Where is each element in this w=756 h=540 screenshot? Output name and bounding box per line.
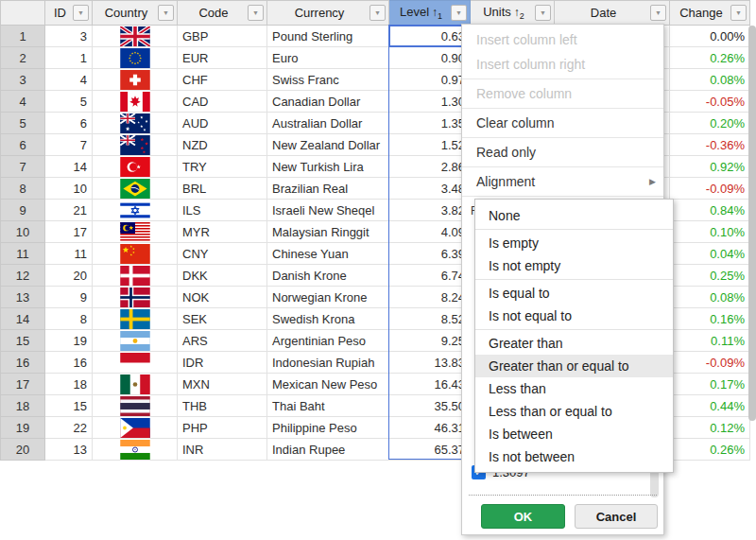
cell-id[interactable]: 20 [45,265,93,287]
cell-id[interactable]: 18 [45,374,93,395]
cell-currency[interactable]: Argentinian Peso [267,330,389,352]
cancel-button[interactable]: Cancel [575,504,658,529]
cell-currency[interactable]: Mexican New Peso [267,374,389,395]
condition-option-is-not-equal-to[interactable]: Is not equal to [475,305,673,327]
cell-country[interactable] [93,287,178,308]
cell-code[interactable]: IDR [178,352,267,374]
cell-id[interactable]: 17 [45,221,93,243]
row-header[interactable]: 16 [1,352,45,374]
cell-id[interactable]: 11 [45,243,93,265]
vertical-scrollbar-thumb[interactable] [748,26,756,421]
cell-id[interactable]: 4 [45,69,93,91]
menu-item-clear-column[interactable]: Clear column [462,111,663,135]
cell-change[interactable]: 0.26% [670,439,750,461]
cell-change[interactable]: 0.84% [670,200,750,221]
row-header[interactable]: 2 [1,47,45,69]
row-header[interactable]: 10 [1,221,45,243]
filter-dropdown-icon[interactable]: ▼ [650,5,666,21]
cell-currency[interactable]: Swedish Krona [267,308,389,330]
cell-country[interactable] [93,439,178,461]
cell-change[interactable]: 0.20% [670,113,750,134]
cell-change[interactable]: 0.10% [670,221,750,243]
cell-currency[interactable]: Norwegian Krone [267,287,389,308]
cell-level[interactable]: 8.52 [389,308,471,330]
cell-code[interactable]: THB [178,395,267,417]
row-header[interactable]: 18 [1,395,45,417]
filter-dropdown-icon[interactable]: ▼ [535,5,551,21]
cell-currency[interactable]: Thai Baht [267,395,389,417]
filter-dropdown-icon[interactable]: ▼ [73,5,89,21]
row-header[interactable]: 11 [1,243,45,265]
cell-level[interactable]: 8.24 [389,287,471,308]
cell-change[interactable]: -0.09% [670,352,750,374]
cell-currency[interactable]: Indonesian Rupiah [267,352,389,374]
cell-change[interactable]: 0.16% [670,308,750,330]
cell-id[interactable]: 6 [45,113,93,134]
cell-code[interactable]: MXN [178,374,267,395]
cell-level[interactable]: 65.37 [389,439,471,461]
ok-button[interactable]: OK [481,504,565,529]
filter-dropdown-icon[interactable]: ▼ [451,5,467,21]
cell-code[interactable]: TRY [178,156,267,178]
cell-id[interactable]: 8 [45,308,93,330]
menu-item-remove-column[interactable]: Remove column [462,81,663,106]
cell-currency[interactable]: Indian Rupee [267,439,389,461]
row-header[interactable]: 7 [1,156,45,178]
cell-currency[interactable]: Pound Sterling [267,26,389,47]
cell-code[interactable]: INR [178,439,267,461]
cell-currency[interactable]: New Turkish Lira [267,156,389,178]
row-header[interactable]: 19 [1,417,45,439]
column-header-id[interactable]: ID ▼ [45,1,93,26]
cell-id[interactable]: 5 [45,91,93,113]
cell-change[interactable]: -0.09% [670,178,750,200]
cell-level[interactable]: 0.63 [389,26,471,47]
cell-code[interactable]: MYR [178,221,267,243]
cell-country[interactable] [93,330,178,352]
cell-code[interactable]: CHF [178,69,267,91]
cell-level[interactable]: 2.86 [389,156,471,178]
condition-option-less-than[interactable]: Less than [475,377,673,400]
cell-country[interactable] [93,243,178,265]
cell-level[interactable]: 35.50 [389,395,471,417]
menu-item-insert-column-left[interactable]: Insert column left [462,27,663,52]
cell-country[interactable] [93,221,178,243]
cell-country[interactable] [93,91,178,113]
cell-level[interactable]: 3.82 [389,200,471,221]
row-header[interactable]: 13 [1,287,45,308]
cell-change[interactable]: 0.92% [670,156,750,178]
cell-currency[interactable]: New Zealand Dollar [267,134,389,156]
menu-item-read-only[interactable]: Read only [462,140,663,165]
cell-level[interactable]: 0.97 [389,69,471,91]
row-header[interactable]: 5 [1,113,45,134]
cell-country[interactable] [93,352,178,374]
cell-currency[interactable]: Canadian Dollar [267,91,389,113]
cell-currency[interactable]: Israeli New Sheqel [267,200,389,221]
cell-level[interactable]: 0.90 [389,47,471,69]
cell-change[interactable]: 0.00% [670,26,750,47]
cell-country[interactable] [93,374,178,395]
row-header[interactable]: 9 [1,200,45,221]
cell-id[interactable]: 3 [45,26,93,47]
cell-code[interactable]: DKK [178,265,267,287]
menu-item-insert-column-right[interactable]: Insert column right [462,52,663,77]
cell-currency[interactable]: Malaysian Ringgit [267,221,389,243]
cell-code[interactable]: PHP [178,417,267,439]
cell-change[interactable]: 0.25% [670,265,750,287]
cell-level[interactable]: 16.43 [389,374,471,395]
cell-country[interactable] [93,47,178,69]
filter-dropdown-icon[interactable]: ▼ [158,5,174,21]
condition-option-is-not-between[interactable]: Is not between [475,445,673,468]
cell-level[interactable]: 13.83 [389,352,471,374]
cell-level[interactable]: 1.30 [389,91,471,113]
cell-change[interactable]: 0.17% [670,374,750,395]
cell-level[interactable]: 1.52 [389,134,471,156]
cell-id[interactable]: 9 [45,287,93,308]
cell-change[interactable]: 0.12% [670,417,750,439]
cell-id[interactable]: 22 [45,417,93,439]
cell-code[interactable]: GBP [178,26,267,47]
cell-id[interactable]: 1 [45,47,93,69]
cell-country[interactable] [93,200,178,221]
row-header[interactable]: 8 [1,178,45,200]
cell-country[interactable] [93,113,178,134]
condition-option-none[interactable]: None [475,204,673,227]
